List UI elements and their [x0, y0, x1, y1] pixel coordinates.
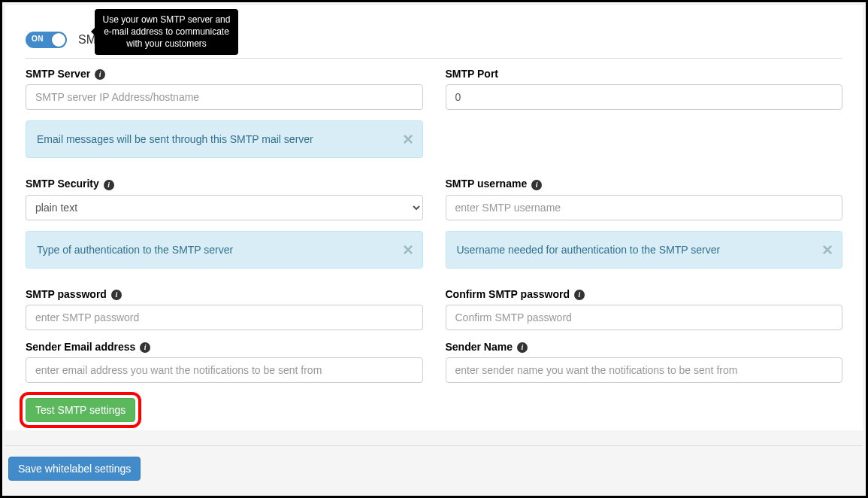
- alert-text: Username needed for authentication to th…: [457, 244, 721, 256]
- smtp-port-input[interactable]: [446, 84, 843, 110]
- close-icon[interactable]: [403, 244, 413, 255]
- label-text: SMTP username: [446, 178, 528, 190]
- smtp-server-input[interactable]: [26, 84, 423, 110]
- label-text: SMTP Server: [26, 68, 90, 80]
- label-text: Confirm SMTP password: [446, 288, 570, 300]
- sender-email-label: Sender Email address i: [26, 341, 423, 353]
- close-icon[interactable]: [822, 244, 833, 255]
- smtp-security-label: SMTP Security i: [26, 178, 423, 190]
- sender-name-input[interactable]: [446, 357, 843, 383]
- smtp-security-alert: Type of authentication to the SMTP serve…: [26, 231, 423, 269]
- sender-name-label: Sender Name i: [446, 341, 843, 353]
- info-icon[interactable]: i: [140, 342, 150, 353]
- alert-text: Type of authentication to the SMTP serve…: [37, 244, 233, 256]
- smtp-username-label: SMTP username i: [446, 178, 843, 190]
- toggle-on-label: ON: [32, 35, 44, 43]
- label-text: Sender Email address: [26, 341, 135, 353]
- toggle-knob: [52, 33, 65, 47]
- label-text: SMTP Port: [446, 68, 499, 80]
- smtp-username-input[interactable]: [446, 195, 843, 220]
- smtp-username-alert: Username needed for authentication to th…: [446, 231, 843, 269]
- info-icon[interactable]: i: [111, 290, 122, 300]
- info-icon[interactable]: i: [517, 342, 528, 353]
- label-text: SMTP password: [26, 288, 107, 300]
- sender-email-input[interactable]: [26, 357, 423, 383]
- close-icon[interactable]: [403, 134, 413, 144]
- smtp-password-label: SMTP password i: [26, 288, 423, 300]
- save-whitelabel-button[interactable]: Save whitelabel settings: [8, 457, 141, 481]
- info-icon[interactable]: i: [574, 290, 585, 300]
- confirm-password-input[interactable]: [446, 305, 843, 330]
- smtp-server-label: SMTP Server i: [26, 68, 423, 80]
- smtp-server-alert: Email messages will be sent through this…: [26, 120, 423, 158]
- alert-text: Email messages will be sent through this…: [37, 133, 313, 145]
- info-icon[interactable]: i: [104, 180, 114, 190]
- smtp-enabled-toggle[interactable]: ON: [26, 32, 67, 48]
- label-text: SMTP Security: [26, 178, 99, 190]
- smtp-password-input[interactable]: [26, 305, 423, 330]
- smtp-port-label: SMTP Port: [446, 68, 843, 80]
- info-icon[interactable]: i: [95, 69, 105, 80]
- confirm-password-label: Confirm SMTP password i: [446, 288, 843, 300]
- info-icon[interactable]: i: [531, 180, 542, 190]
- smtp-tooltip: Use your own SMTP server and e-mail addr…: [95, 9, 238, 55]
- smtp-security-select[interactable]: plain text: [26, 195, 423, 220]
- test-smtp-button[interactable]: Test SMTP settings: [26, 398, 135, 422]
- label-text: Sender Name: [446, 341, 513, 353]
